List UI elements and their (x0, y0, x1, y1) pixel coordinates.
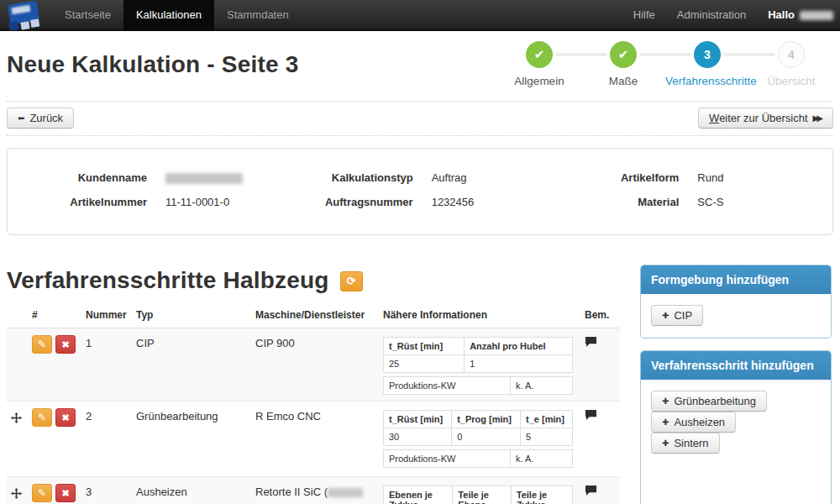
comment-icon[interactable] (585, 485, 597, 499)
col-header-hash: # (32, 309, 86, 321)
row-info-table: t_Rüst [min] Anzahl pro Hubel 25 1 (383, 337, 573, 373)
col-header-maschine: Maschine/Dienstleister (255, 309, 383, 321)
check-icon: ✔ (534, 47, 545, 61)
user-greeting: Hallo (757, 8, 800, 21)
delete-x-icon: ✖ (61, 339, 69, 349)
field-value: 1232456 (432, 196, 475, 208)
table-header-row: # Nummer Typ Maschine/Dienstleister Nähe… (7, 304, 620, 328)
edit-button[interactable]: ✎ (32, 335, 52, 354)
add-gruenbearbeitung-button[interactable]: ✚ Grünbearbeitung (651, 391, 767, 412)
field-label: Material (553, 196, 679, 208)
plus-icon: ✚ (662, 312, 669, 320)
nav-item-stammdaten[interactable]: Stammdaten (214, 0, 302, 31)
field-label: Auftragsnummer (287, 196, 413, 208)
table-row: ✎✖ 1 CIP CIP 900 t_Rüst [min] Anzahl pro… (7, 328, 620, 402)
nav-item-startseite[interactable]: Startseite (52, 0, 123, 31)
check-icon: ✔ (618, 47, 629, 61)
wizard-steps: ✔ Allgemein ✔ Maße 3 Verfahrensschritte … (497, 41, 833, 87)
field-value: 11-11-0001-0 (165, 196, 229, 208)
delete-button[interactable]: ✖ (55, 484, 76, 502)
section-title: Verfahrensschritte Halbzeug (7, 267, 329, 294)
app-logo[interactable] (5, 1, 44, 33)
edit-pencil-icon: ✎ (38, 339, 46, 350)
row-nummer: 2 (86, 402, 136, 476)
plus-icon: ✚ (662, 439, 669, 448)
nav-item-administration[interactable]: Administration (666, 0, 757, 31)
col-header-nummer: Nummer (86, 309, 136, 321)
field-value: Rund (697, 171, 723, 184)
add-sintern-button[interactable]: ✚ Sintern (651, 433, 720, 454)
delete-x-icon: ✖ (61, 488, 69, 498)
wizard-step-number: 3 (694, 41, 721, 68)
formgebung-panel: Formgebung hinzufügen ✚ CIP (640, 265, 832, 339)
row-info-table: t_Rüst [min] t_Prog [min] t_e [min] 30 0… (383, 410, 573, 446)
add-ausheizen-button[interactable]: ✚ Ausheizen (651, 412, 736, 433)
field-label: Artikelform (553, 171, 679, 184)
row-typ: CIP (136, 328, 255, 401)
wizard-step-number: 4 (778, 41, 805, 68)
move-handle-icon[interactable] (11, 412, 22, 426)
forward-arrows-icon: ▶▶ (813, 114, 821, 123)
row-maschine: R Emco CNC (255, 402, 383, 476)
comment-icon[interactable] (585, 336, 597, 350)
field-label: Kalkulationstyp (287, 171, 413, 184)
row-maschine: Retorte II SiC ( (255, 477, 383, 504)
verfahrensschritte-table: # Nummer Typ Maschine/Dienstleister Nähe… (7, 304, 620, 504)
top-navbar: StartseiteKalkulationenStammdaten HilfeA… (0, 0, 840, 31)
nav-item-kalkulationen[interactable]: Kalkulationen (123, 0, 214, 31)
field-label: Kundenname (21, 171, 147, 184)
col-header-bem: Bem. (585, 309, 620, 321)
move-handle-icon[interactable] (11, 488, 22, 501)
delete-button[interactable]: ✖ (55, 335, 76, 354)
col-header-info: Nähere Informationen (383, 309, 585, 321)
wizard-step-masse[interactable]: ✔ Maße (581, 41, 665, 87)
delete-button[interactable]: ✖ (55, 408, 76, 427)
page-title: Neue Kalkulation - Seite 3 (7, 51, 299, 87)
redacted-maschine (328, 488, 363, 497)
field-label: Artikelnummer (21, 196, 147, 208)
next-button[interactable]: Weiter zur Übersicht ▶▶ (698, 108, 833, 129)
row-nummer: 3 (86, 477, 136, 504)
comment-icon[interactable] (585, 409, 597, 423)
back-button[interactable]: ⬅ Zurück (7, 108, 74, 129)
col-header-typ: Typ (136, 309, 255, 321)
add-panels-column: Formgebung hinzufügen ✚ CIP Verfahrenssc… (640, 265, 832, 504)
nav-item-hilfe[interactable]: Hilfe (622, 0, 666, 31)
wizard-toolbar: ⬅ Zurück Weiter zur Übersicht ▶▶ (7, 101, 833, 136)
table-row: ✎✖ 3 Ausheizen Retorte II SiC ( Ebenen j… (7, 477, 620, 504)
plus-icon: ✚ (662, 397, 669, 406)
edit-button[interactable]: ✎ (32, 408, 52, 427)
edit-pencil-icon: ✎ (38, 412, 46, 423)
redacted-kundenname (165, 173, 243, 184)
row-typ: Ausheizen (136, 477, 255, 504)
delete-x-icon: ✖ (61, 412, 69, 423)
logo-icon (5, 1, 44, 30)
row-typ: Grünbearbeitung (136, 402, 255, 476)
wizard-step-uebersicht: 4 Übersicht (749, 41, 833, 87)
field-value: Auftrag (432, 171, 467, 184)
back-arrow-icon: ⬅ (18, 114, 24, 123)
verfahrensschritt-panel: Verfahrensschritt hinzufügen ✚ Grünbearb… (640, 350, 832, 504)
row-nummer: 1 (86, 328, 136, 401)
wizard-step-verfahrensschritte: 3 Verfahrensschritte (665, 41, 749, 87)
redacted-username (800, 11, 833, 20)
refresh-icon: ⟳ (347, 275, 356, 287)
edit-button[interactable]: ✎ (32, 484, 52, 502)
row-kw-table: Produktions-KW k. A. (383, 376, 573, 395)
plus-icon: ✚ (662, 418, 669, 427)
panel-title: Verfahrensschritt hinzufügen (641, 351, 831, 380)
calculation-info-panel: Kundenname Artikelnummer 11-11-0001-0 Ka… (7, 148, 833, 235)
edit-pencil-icon: ✎ (38, 487, 46, 499)
wizard-step-allgemein[interactable]: ✔ Allgemein (497, 41, 581, 87)
row-info-table: Ebenen je Zyklus Teile je Ebene Teile je… (383, 486, 573, 504)
table-row: ✎✖ 2 Grünbearbeitung R Emco CNC t_Rüst [… (7, 402, 620, 477)
row-kw-table: Produktions-KW k. A. (383, 449, 573, 468)
field-value: SC-S (697, 196, 723, 208)
panel-title: Formgebung hinzufügen (641, 265, 831, 294)
refresh-button[interactable]: ⟳ (340, 271, 363, 291)
row-maschine: CIP 900 (255, 328, 383, 401)
add-cip-button[interactable]: ✚ CIP (651, 305, 703, 326)
